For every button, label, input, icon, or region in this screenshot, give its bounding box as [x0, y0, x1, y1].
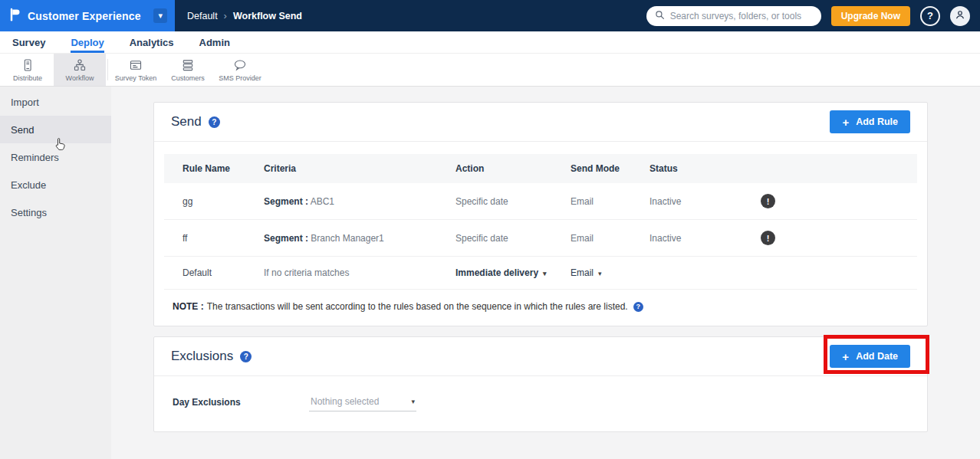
add-rule-label: Add Rule — [856, 116, 898, 127]
col-action: Action — [448, 154, 563, 183]
breadcrumb-separator-icon: › — [224, 10, 227, 21]
sms-provider-icon — [233, 58, 247, 72]
plus-icon: + — [842, 116, 849, 128]
note-label: NOTE : — [173, 301, 204, 312]
day-exclusions-value: Nothing selected — [311, 396, 379, 407]
global-search[interactable] — [646, 6, 821, 26]
col-criteria: Criteria — [256, 154, 448, 183]
action-cell: Immediate delivery▾ — [448, 257, 563, 290]
toolbar-item-distribute[interactable]: Distribute — [2, 54, 54, 86]
tab-admin[interactable]: Admin — [199, 31, 230, 53]
note-row: NOTE : The transactions will be sent acc… — [154, 290, 927, 326]
note-text: The transactions will be sent according … — [207, 301, 628, 312]
toolbar-item-label: SMS Provider — [219, 74, 261, 82]
add-rule-button[interactable]: + Add Rule — [830, 110, 910, 133]
day-exclusions-label: Day Exclusions — [173, 397, 309, 408]
chevron-down-icon: ▾ — [598, 270, 602, 277]
breadcrumb-item-default[interactable]: Default — [187, 11, 218, 21]
main-nav: Survey Deploy Analytics Admin — [0, 31, 980, 54]
toolbar-item-customers[interactable]: Customers — [162, 54, 214, 86]
workflow-icon — [73, 58, 87, 72]
user-icon — [954, 8, 966, 24]
add-date-label: Add Date — [856, 351, 898, 362]
criteria-value: ABC1 — [311, 196, 334, 207]
breadcrumb: Default › Workflow Send — [187, 0, 302, 31]
day-exclusions-select[interactable]: Nothing selected ▾ — [309, 393, 416, 411]
send-mode-dropdown-value: Email — [571, 267, 594, 278]
send-mode-cell: Email▾ — [563, 257, 642, 290]
rules-table-wrap: Rule Name Criteria Action Send Mode Stat… — [154, 142, 927, 290]
toolbar-divider — [107, 59, 108, 80]
criteria-cell: Segment : ABC1 — [256, 183, 448, 220]
toolbar-item-workflow[interactable]: Workflow — [54, 54, 106, 86]
deploy-toolbar: Distribute Workflow Survey Token Custome… — [0, 54, 980, 87]
main-panel: Send ? + Add Rule Rule Name — [111, 87, 980, 459]
toolbar-item-label: Distribute — [13, 74, 42, 82]
toolbar-item-label: Survey Token — [115, 74, 156, 82]
search-input[interactable] — [670, 11, 813, 21]
search-icon — [655, 9, 665, 23]
sidebar-item-reminders[interactable]: Reminders — [0, 143, 111, 171]
rule-name-cell: gg — [164, 183, 256, 220]
table-header-row: Rule Name Criteria Action Send Mode Stat… — [164, 154, 917, 183]
criteria-label: Segment : — [264, 196, 308, 207]
table-row[interactable]: gg Segment : ABC1 Specific date Email In… — [164, 183, 917, 220]
topbar: Customer Experience ▾ Default › Workflow… — [0, 0, 980, 31]
criteria-value: Branch Manager1 — [311, 233, 383, 244]
criteria-label: Segment : — [264, 233, 308, 244]
customers-icon — [181, 58, 195, 72]
action-dropdown-value: Immediate delivery — [455, 267, 538, 278]
upgrade-now-button[interactable]: Upgrade Now — [831, 6, 910, 26]
sidebar-item-exclude[interactable]: Exclude — [0, 171, 111, 198]
note-help-icon[interactable]: ? — [633, 302, 643, 312]
col-rule-name: Rule Name — [164, 154, 256, 183]
sidebar-item-send[interactable]: Send — [0, 116, 111, 143]
exclusions-title: Exclusions — [171, 349, 233, 364]
toolbar-item-sms-provider[interactable]: SMS Provider — [214, 54, 266, 86]
tab-analytics[interactable]: Analytics — [130, 31, 174, 53]
criteria-cell: If no criteria matches — [256, 257, 448, 290]
send-card: Send ? + Add Rule Rule Name — [153, 102, 928, 326]
rule-name-cell: Default — [164, 257, 256, 290]
plus-icon: + — [842, 351, 849, 362]
toolbar-item-label: Workflow — [66, 74, 94, 82]
action-dropdown[interactable]: Immediate delivery▾ — [455, 267, 547, 278]
exclusions-help-icon[interactable]: ? — [240, 351, 252, 362]
alert-cell: ! — [753, 183, 917, 220]
workflow-sidebar: Import Send Reminders Exclude Settings — [0, 87, 111, 459]
alert-icon[interactable]: ! — [761, 194, 775, 208]
send-mode-cell: Email — [563, 183, 642, 220]
content-area: Import Send Reminders Exclude Settings S… — [0, 87, 980, 459]
chevron-down-icon: ▾ — [153, 8, 167, 23]
send-card-header: Send ? + Add Rule — [154, 103, 927, 142]
rules-table: Rule Name Criteria Action Send Mode Stat… — [164, 154, 917, 290]
chevron-down-icon: ▾ — [411, 398, 415, 405]
toolbar-item-survey-token[interactable]: Survey Token — [110, 54, 162, 86]
add-date-button[interactable]: + Add Date — [830, 345, 910, 368]
send-mode-cell: Email — [563, 220, 642, 257]
sidebar-item-import[interactable]: Import — [0, 88, 111, 116]
brand-label: Customer Experience — [28, 10, 141, 22]
send-mode-dropdown[interactable]: Email▾ — [571, 267, 602, 278]
table-row[interactable]: ff Segment : Branch Manager1 Specific da… — [164, 220, 917, 257]
distribute-icon — [21, 58, 35, 72]
status-cell: Inactive — [642, 183, 753, 220]
table-row-default: Default If no criteria matches Immediate… — [164, 257, 917, 290]
chevron-down-icon: ▾ — [543, 270, 547, 277]
alert-cell: ! — [753, 220, 917, 257]
tab-deploy[interactable]: Deploy — [71, 31, 104, 53]
col-send-mode: Send Mode — [563, 154, 642, 183]
survey-token-icon — [129, 58, 143, 72]
send-help-icon[interactable]: ? — [209, 116, 220, 128]
status-cell: Inactive — [642, 220, 753, 257]
sidebar-item-settings[interactable]: Settings — [0, 198, 111, 226]
tab-survey[interactable]: Survey — [12, 31, 45, 53]
breadcrumb-item-current: Workflow Send — [233, 11, 302, 21]
product-switcher[interactable]: Customer Experience ▾ — [0, 0, 175, 31]
topbar-actions: Upgrade Now ? — [646, 0, 980, 31]
alert-icon[interactable]: ! — [761, 231, 775, 245]
toolbar-item-label: Customers — [171, 74, 205, 82]
user-avatar[interactable] — [950, 6, 970, 26]
help-button[interactable]: ? — [920, 6, 940, 26]
app-root: Customer Experience ▾ Default › Workflow… — [0, 0, 980, 459]
